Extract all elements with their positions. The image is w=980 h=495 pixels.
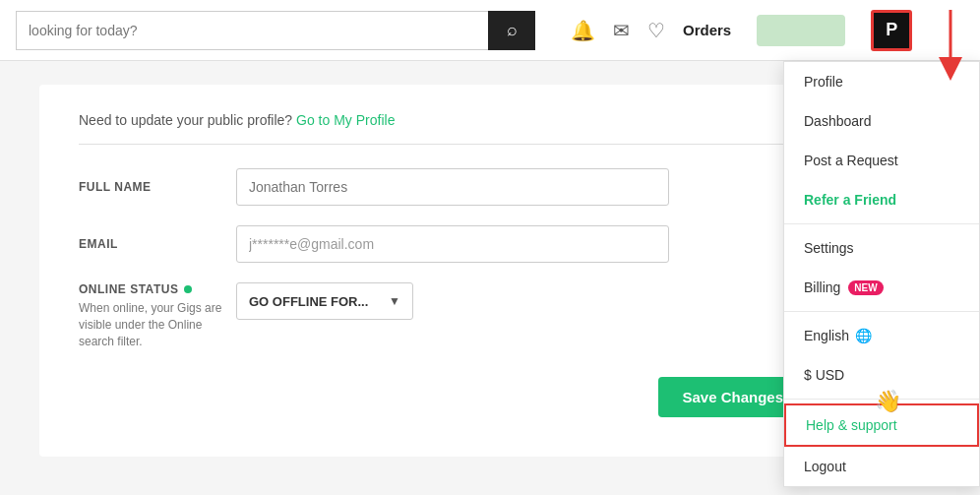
dropdown-label-settings: Settings [804,240,854,256]
full-name-row: FULL NAME [79,168,807,206]
dropdown-item-billing[interactable]: Billing NEW [784,268,979,307]
header: ⌕ 🔔 ✉ ♡ Orders P [0,0,980,61]
online-status-text: ONLINE STATUS [79,282,178,296]
online-status-dot [184,285,192,293]
dropdown-item-refer[interactable]: Refer a Friend [784,180,979,219]
dropdown-label-dashboard: Dashboard [804,113,872,129]
user-avatar-blur [757,15,845,46]
dropdown-label-post-request: Post a Request [804,153,898,168]
dropdown-item-post-request[interactable]: Post a Request [784,141,979,180]
online-status-description: When online, your Gigs are visible under… [79,300,236,349]
heart-icon[interactable]: ♡ [647,19,665,42]
go-offline-label: GO OFFLINE FOR... [249,294,368,309]
dropdown-item-settings[interactable]: Settings [784,228,979,268]
search-button[interactable]: ⌕ [488,11,535,50]
bell-icon[interactable]: 🔔 [571,19,595,42]
email-row: EMAIL [79,225,807,263]
dropdown-divider-2 [784,311,979,312]
notice-text: Need to update your public profile? [79,112,292,128]
dropdown-label-refer: Refer a Friend [804,192,896,208]
dropdown-label-profile: Profile [804,74,843,90]
dropdown-item-profile[interactable]: Profile [784,62,979,101]
online-status-row: ONLINE STATUS When online, your Gigs are… [79,282,807,349]
orders-link[interactable]: Orders [683,22,731,38]
dropdown-label-currency: $ USD [804,367,844,383]
full-name-label: FULL NAME [79,180,236,194]
dropdown-menu: Profile Dashboard Post a Request Refer a… [783,61,980,487]
content-card: Need to update your public profile? Go t… [39,85,846,457]
dropdown-divider-3 [784,399,979,400]
header-icons: 🔔 ✉ ♡ Orders P [571,10,964,51]
dropdown-item-help[interactable]: Help & support [784,403,979,447]
globe-icon: 🌐 [855,328,872,343]
profile-button[interactable]: P [871,10,912,51]
search-icon: ⌕ [507,20,518,40]
dropdown-item-currency[interactable]: $ USD [784,355,979,395]
full-name-input[interactable] [236,168,669,206]
search-bar: ⌕ [16,11,547,50]
go-to-profile-link[interactable]: Go to My Profile [296,112,395,128]
billing-new-badge: NEW [848,280,883,295]
dropdown-item-dashboard[interactable]: Dashboard [784,101,979,141]
email-label: EMAIL [79,237,236,251]
dropdown-label-billing: Billing [804,279,840,295]
dropdown-label-language: English [804,328,849,343]
chevron-down-icon: ▼ [389,294,400,308]
email-input[interactable] [236,225,669,263]
dropdown-label-help: Help & support [806,417,897,433]
dropdown-divider-1 [784,223,979,224]
profile-update-notice: Need to update your public profile? Go t… [79,112,807,145]
save-btn-row: Save Changes [79,377,807,417]
go-offline-select[interactable]: GO OFFLINE FOR... ▼ [236,282,413,320]
dropdown-item-language[interactable]: English 🌐 [784,316,979,355]
dropdown-label-logout: Logout [804,459,846,474]
dropdown-item-logout[interactable]: Logout [784,447,979,486]
online-status-label: ONLINE STATUS When online, your Gigs are… [79,282,236,349]
mail-icon[interactable]: ✉ [613,19,630,42]
online-label-text: ONLINE STATUS [79,282,236,296]
search-input[interactable] [16,11,488,50]
